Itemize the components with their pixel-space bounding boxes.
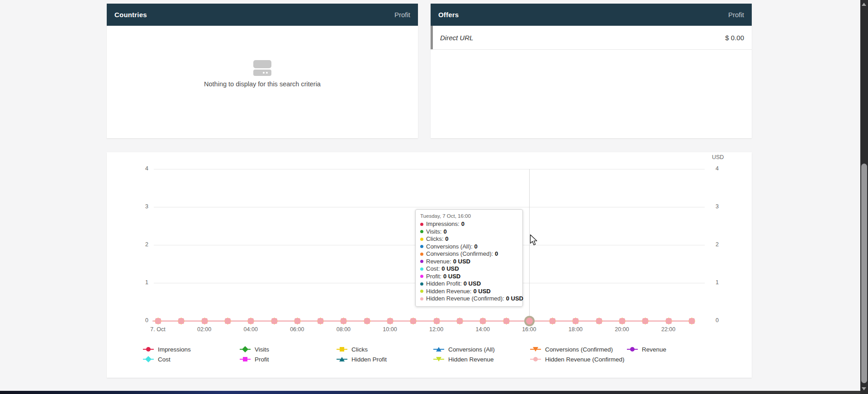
tooltip-series-dot bbox=[420, 223, 423, 226]
empty-state-text: Nothing to display for this search crite… bbox=[107, 80, 418, 88]
square-marker-icon bbox=[340, 347, 344, 352]
x-axis-label: 12:00 bbox=[421, 326, 452, 333]
data-point-marker bbox=[596, 318, 602, 324]
y-axis-label-right: 3 bbox=[716, 203, 719, 210]
circle-marker-icon bbox=[533, 357, 538, 361]
scroll-up-arrow-icon[interactable] bbox=[862, 3, 866, 6]
page: Countries Profit Nothing to display for … bbox=[0, 0, 868, 394]
data-point-marker bbox=[364, 318, 370, 324]
x-axis-label: 10:00 bbox=[374, 326, 406, 333]
tooltip-metric-row: Visits:0 bbox=[420, 228, 518, 236]
legend-item-visits[interactable]: Visits bbox=[240, 345, 269, 353]
offer-name[interactable]: Direct URL bbox=[440, 34, 473, 42]
data-point-marker bbox=[225, 318, 231, 324]
triangle-down-marker-icon bbox=[533, 347, 538, 352]
legend-item-hidden-profit[interactable]: Hidden Profit bbox=[337, 355, 387, 363]
circle-marker-icon bbox=[146, 347, 151, 352]
legend-item-revenue[interactable]: Revenue bbox=[627, 345, 666, 353]
tooltip-metric-row: Hidden Profit:0 USD bbox=[420, 280, 518, 288]
x-axis-label: 22:00 bbox=[653, 326, 684, 333]
data-point-marker bbox=[434, 318, 440, 324]
data-point-marker bbox=[318, 318, 323, 324]
data-point-marker bbox=[341, 318, 346, 324]
legend-item-impressions[interactable]: Impressions bbox=[143, 345, 191, 353]
offers-metric-label: Profit bbox=[728, 11, 744, 19]
tooltip-series-dot bbox=[420, 238, 423, 241]
tooltip-series-dot bbox=[420, 253, 423, 256]
tooltip-series-dot bbox=[420, 297, 423, 300]
data-point-marker bbox=[457, 318, 463, 324]
tooltip-metric-row: Clicks:0 bbox=[420, 235, 518, 243]
circle-marker-icon bbox=[630, 347, 635, 352]
empty-data-icon bbox=[253, 60, 271, 76]
legend-item-cost[interactable]: Cost bbox=[143, 355, 171, 363]
x-axis-label: 16:00 bbox=[513, 326, 545, 333]
countries-panel-title: Countries bbox=[114, 11, 147, 19]
x-axis-label: 14:00 bbox=[467, 326, 498, 333]
scrollbar-thumb[interactable] bbox=[861, 164, 867, 383]
tooltip-metric-row: Conversions (All):0 bbox=[420, 243, 518, 251]
tooltip-metric-row: Conversions (Confirmed):0 bbox=[420, 250, 518, 258]
tooltip-series-dot bbox=[420, 260, 423, 263]
square-marker-icon bbox=[243, 357, 247, 361]
flat-zero-series-line bbox=[152, 320, 693, 322]
tooltip-metric-row: Impressions:0 bbox=[420, 220, 518, 228]
tooltip-series-dot bbox=[420, 230, 423, 233]
offer-row-accent-bar bbox=[431, 26, 433, 49]
data-point-marker bbox=[271, 318, 277, 324]
triangle-down-marker-icon bbox=[436, 357, 441, 361]
tooltip-series-dot bbox=[420, 290, 423, 293]
tooltip-series-dot bbox=[420, 282, 423, 286]
tooltip-series-dot bbox=[420, 275, 423, 278]
legend-item-conversions-all[interactable]: Conversions (All) bbox=[433, 345, 495, 353]
y-axis-label-left: 1 bbox=[130, 279, 148, 286]
tooltip-metric-row: Hidden Revenue:0 USD bbox=[420, 288, 518, 296]
x-axis-label: 06:00 bbox=[281, 326, 313, 333]
x-axis-label: 08:00 bbox=[327, 326, 359, 333]
data-point-marker bbox=[294, 318, 300, 324]
tooltip-metric-row: Profit:0 USD bbox=[420, 273, 518, 281]
right-axis-title: USD bbox=[712, 154, 724, 160]
data-point-marker bbox=[410, 318, 416, 324]
y-axis-label-left: 3 bbox=[130, 203, 148, 210]
data-point-marker bbox=[387, 318, 393, 324]
y-axis-label-left: 2 bbox=[130, 241, 148, 248]
legend-item-hidden-revenue-confirmed[interactable]: Hidden Revenue (Confirmed) bbox=[530, 355, 625, 363]
chart-panel: USD Tuesday, 7 Oct, 16:00 Impressions:0V… bbox=[107, 152, 752, 378]
chart-tooltip: Tuesday, 7 Oct, 16:00 Impressions:0Visit… bbox=[415, 209, 523, 307]
legend-item-hidden-revenue[interactable]: Hidden Revenue bbox=[433, 355, 494, 363]
hovered-data-point[interactable] bbox=[524, 316, 535, 326]
offers-panel: Offers Profit Direct URL $ 0.00 bbox=[431, 4, 752, 138]
countries-empty-state: Nothing to display for this search crite… bbox=[107, 60, 418, 88]
data-point-marker bbox=[573, 318, 579, 324]
data-point-marker bbox=[689, 318, 695, 324]
offers-panel-title: Offers bbox=[438, 11, 459, 19]
y-gridline bbox=[154, 169, 705, 169]
data-point-marker bbox=[642, 318, 648, 324]
offers-panel-header: Offers Profit bbox=[431, 4, 752, 26]
offer-profit-value: $ 0.00 bbox=[725, 34, 744, 42]
triangle-up-marker-icon bbox=[436, 347, 441, 352]
legend-item-clicks[interactable]: Clicks bbox=[337, 345, 368, 353]
data-point-marker bbox=[155, 318, 161, 324]
y-axis-label-right: 2 bbox=[716, 241, 719, 248]
countries-metric-label: Profit bbox=[394, 11, 410, 19]
x-axis-label: 20:00 bbox=[606, 326, 638, 333]
data-point-marker bbox=[248, 318, 254, 324]
legend-item-conversions-confirmed[interactable]: Conversions (Confirmed) bbox=[530, 345, 613, 353]
data-point-marker bbox=[480, 318, 486, 324]
y-axis-label-right: 1 bbox=[716, 279, 719, 286]
x-axis-label: 02:00 bbox=[189, 326, 220, 333]
diamond-marker-icon bbox=[145, 356, 152, 362]
data-point-marker bbox=[178, 318, 184, 324]
legend-item-profit[interactable]: Profit bbox=[240, 355, 269, 363]
tooltip-series-dot bbox=[420, 267, 423, 271]
mouse-cursor-icon bbox=[530, 234, 538, 249]
offer-row-direct-url[interactable]: Direct URL $ 0.00 bbox=[431, 26, 752, 50]
scroll-down-arrow-icon[interactable] bbox=[862, 387, 866, 390]
x-axis-label: 7. Oct bbox=[142, 326, 174, 333]
data-point-marker bbox=[666, 318, 672, 324]
vertical-scrollbar[interactable] bbox=[860, 0, 868, 394]
y-axis-label-right: 0 bbox=[716, 317, 719, 324]
triangle-up-marker-icon bbox=[339, 357, 345, 361]
